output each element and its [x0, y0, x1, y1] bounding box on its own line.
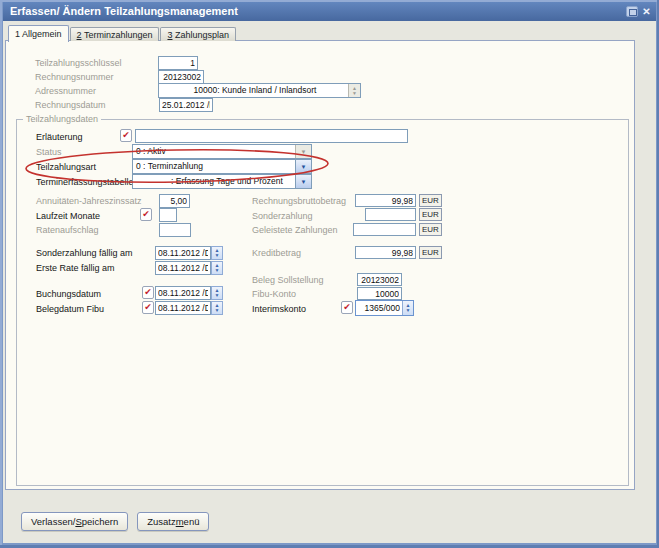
- interimskonto-field[interactable]: [356, 301, 402, 315]
- tab-allgemein[interactable]: 1 Allgemein: [8, 25, 69, 42]
- red-check-icon[interactable]: ✔: [120, 129, 132, 142]
- dialog-window: Erfassen/ Ändern Teilzahlungsmanagement …: [0, 0, 659, 548]
- button-label-part: peichern: [82, 516, 118, 527]
- title-bar[interactable]: Erfassen/ Ändern Teilzahlungsmanagement …: [3, 2, 656, 21]
- rechnungsbruttobetrag-label: Rechnungsbruttobetrag: [252, 196, 346, 206]
- belegdatum-fibu-field[interactable]: [155, 301, 211, 315]
- sonderzahlung-label: Sonderzahlung: [252, 211, 313, 221]
- geleistete-zahlungen-field[interactable]: [353, 223, 416, 236]
- restore-icon[interactable]: [626, 6, 638, 17]
- status-combo[interactable]: 0 : Aktiv ▼: [132, 144, 312, 159]
- teilzahlungsart-value: 0 : Terminzahlung: [133, 160, 295, 173]
- button-bar: Verlassen/Speichern Zusatzmenü: [21, 512, 209, 531]
- sonderzahlung-field[interactable]: [365, 208, 416, 221]
- button-label-part: m: [176, 516, 184, 527]
- kreditbetrag-label: Kreditbetrag: [252, 248, 301, 258]
- window-title: Erfassen/ Ändern Teilzahlungsmanagement: [10, 5, 238, 17]
- geleistete-zahlungen-label: Geleistete Zahlungen: [252, 225, 338, 235]
- sonderzahlung-unit: EUR: [419, 208, 442, 221]
- teilzahlungsdaten-group: Teilzahlungsdaten Erläuterung ✔ Status 0…: [16, 119, 629, 486]
- laufzeit-monate-label: Laufzeit Monate: [36, 211, 100, 221]
- button-label-part: Verlassen/: [31, 516, 75, 527]
- annuitaeten-label: Annuitäten-Jahreszinssatz: [36, 196, 142, 206]
- dropdown-arrow-icon[interactable]: ▼: [295, 160, 311, 173]
- status-value: 0 : Aktiv: [133, 145, 295, 158]
- laufzeit-monate-field[interactable]: [159, 208, 177, 222]
- buchungsdatum-label: Buchungsdatum: [36, 289, 101, 299]
- tab-page-allgemein: Teilzahlungsschlüssel Rechnungsnummer Ad…: [5, 40, 635, 490]
- terminerfassungstabelle-label: Terminerfassungstabelle: [36, 177, 134, 187]
- sonderzahlung-faellig-field[interactable]: [155, 246, 211, 260]
- geleistete-zahlungen-unit: EUR: [419, 223, 442, 236]
- tab-zahlungsplan[interactable]: 3 Zahlungsplan: [160, 27, 236, 41]
- date-spinner-icon[interactable]: ▲▼: [211, 261, 223, 275]
- teilzahlungsschluessel-label: Teilzahlungsschlüssel: [35, 58, 122, 68]
- terminerfassungstabelle-value: : Erfassung Tage und Prozent: [133, 175, 295, 188]
- teilzahlungsart-label: Teilzahlungsart: [36, 162, 96, 172]
- rechnungsnummer-field[interactable]: [158, 70, 204, 84]
- interimskonto-focused-field[interactable]: ▲▼: [355, 300, 414, 316]
- annuitaeten-field[interactable]: [159, 194, 190, 208]
- ratenaufschlag-field[interactable]: [159, 223, 191, 237]
- red-check-icon[interactable]: ✔: [140, 208, 152, 221]
- adressnummer-combo[interactable]: 10000: Kunde Inland / Inlandsort ▲▼: [158, 83, 361, 98]
- zusatzmenu-button[interactable]: Zusatzmenü: [137, 512, 209, 531]
- interimskonto-label: Interimskonto: [252, 304, 306, 314]
- buchungsdatum-field[interactable]: [155, 286, 211, 300]
- red-check-icon[interactable]: ✔: [142, 286, 154, 299]
- terminerfassungstabelle-combo[interactable]: : Erfassung Tage und Prozent ▼: [132, 174, 312, 189]
- adressnummer-label: Adressnummer: [35, 86, 96, 96]
- ratenaufschlag-label: Ratenaufschlag: [36, 225, 99, 235]
- rechnungsbruttobetrag-field[interactable]: [355, 194, 416, 207]
- rechnungsbruttobetrag-unit: EUR: [419, 194, 442, 207]
- erste-rate-field[interactable]: [155, 261, 211, 275]
- dropdown-arrow-icon[interactable]: ▼: [295, 175, 311, 188]
- rechnungsdatum-field[interactable]: [159, 98, 213, 112]
- date-spinner-icon[interactable]: ▲▼: [211, 286, 223, 300]
- status-label: Status: [36, 147, 62, 157]
- button-label-part: enü: [184, 516, 200, 527]
- tab-label: Allgemein: [20, 29, 62, 39]
- erlaeuterung-label: Erläuterung: [36, 132, 83, 142]
- erste-rate-label: Erste Rate fällig am: [36, 263, 115, 273]
- dropdown-arrow-icon[interactable]: ▼: [295, 145, 311, 158]
- teilzahlungsschluessel-field[interactable]: [158, 56, 198, 70]
- fibu-konto-label: Fibu-Konto: [252, 289, 296, 299]
- tab-label: Terminzahlungen: [82, 30, 153, 40]
- tab-label: Zahlungsplan: [172, 30, 229, 40]
- date-spinner-icon[interactable]: ▲▼: [211, 246, 223, 260]
- rechnungsnummer-label: Rechnungsnummer: [35, 72, 114, 82]
- red-check-icon[interactable]: ✔: [341, 301, 353, 314]
- belegdatum-fibu-label: Belegdatum Fibu: [36, 304, 104, 314]
- date-spinner-icon[interactable]: ▲▼: [211, 301, 223, 315]
- beleg-sollstellung-label: Beleg Sollstellung: [252, 275, 324, 285]
- sonderzahlung-faellig-label: Sonderzahlung fällig am: [36, 248, 133, 258]
- rechnungsdatum-label: Rechnungsdatum: [35, 100, 106, 110]
- group-title: Teilzahlungsdaten: [23, 114, 101, 124]
- button-label-part: Zusatz: [147, 516, 176, 527]
- red-check-icon[interactable]: ✔: [142, 301, 154, 314]
- adressnummer-spinner-icon[interactable]: ▲▼: [348, 84, 360, 97]
- erlaeuterung-field[interactable]: [135, 129, 408, 143]
- kreditbetrag-unit: EUR: [419, 246, 442, 259]
- date-spinner-icon[interactable]: ▲▼: [402, 301, 413, 315]
- tab-terminzahlungen[interactable]: 2 Terminzahlungen: [70, 27, 160, 41]
- close-icon[interactable]: ✕: [641, 4, 652, 19]
- kreditbetrag-field[interactable]: [355, 246, 416, 259]
- tab-strip: 1 Allgemein 2 Terminzahlungen 3 Zahlungs…: [8, 25, 236, 41]
- beleg-sollstellung-field[interactable]: [357, 273, 402, 286]
- fibu-konto-field[interactable]: [357, 287, 402, 300]
- teilzahlungsart-combo[interactable]: 0 : Terminzahlung ▼: [132, 159, 312, 174]
- adressnummer-value: 10000: Kunde Inland / Inlandsort: [159, 84, 348, 97]
- verlassen-speichern-button[interactable]: Verlassen/Speichern: [21, 512, 128, 531]
